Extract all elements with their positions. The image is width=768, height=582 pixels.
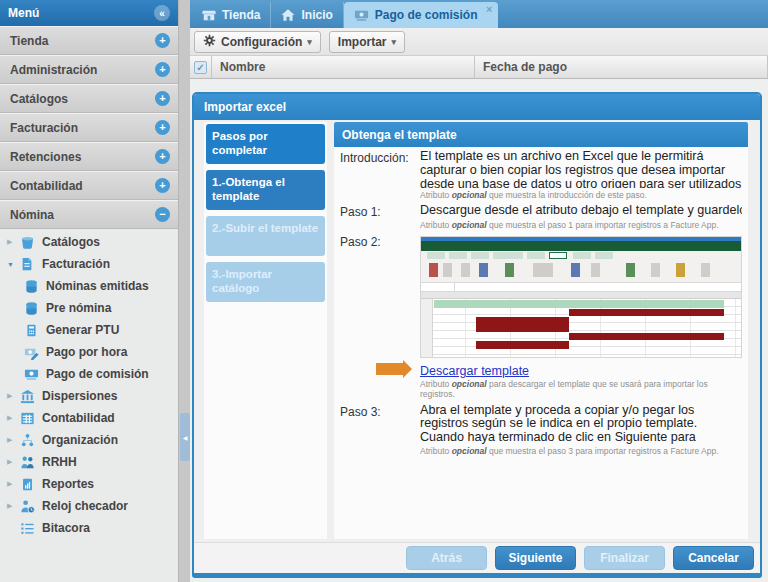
wizard-step-3[interactable]: 3.-Importar catálogo xyxy=(206,262,325,302)
chevron-right-icon[interactable]: ▶ xyxy=(0,238,16,246)
column-header-nombre[interactable]: Nombre xyxy=(212,56,475,78)
app-window: Menú « Tienda + Administración + Catálog… xyxy=(0,0,768,582)
intro-note: Atributo opcional que muestra la introdu… xyxy=(420,190,742,200)
tree-item-label: Generar PTU xyxy=(46,323,119,337)
tab-label: Tienda xyxy=(222,8,260,22)
column-header-fecha-de-pago[interactable]: Fecha de pago xyxy=(475,56,768,78)
paso1-note: Atributo opcional que muestra el paso 1 … xyxy=(420,220,742,230)
tree-item-catalogos[interactable]: ▶ Catálogos xyxy=(0,231,178,253)
people-icon xyxy=(19,454,35,470)
button-label: Importar xyxy=(338,35,387,49)
money-icon xyxy=(354,8,369,23)
wizard-step-2[interactable]: 2.-Subir el template xyxy=(206,216,325,256)
steps-panel-header: Pasos por completar xyxy=(206,124,325,164)
tab-inicio[interactable]: Inicio xyxy=(271,2,343,28)
tree-item-pre-nomina[interactable]: Pre nómina xyxy=(0,297,178,319)
tree-item-reloj-checador[interactable]: ▶ Reloj checador xyxy=(0,495,178,517)
sidebar-section-administracion[interactable]: Administración + xyxy=(0,55,178,84)
grid-table-icon xyxy=(19,410,35,426)
paso1-label: Paso 1: xyxy=(340,204,420,230)
tree-item-reportes[interactable]: ▶ Reportes xyxy=(0,473,178,495)
excel-column-headers xyxy=(421,292,741,299)
paso3-body: Abra el template y proceda a copiar y/o … xyxy=(420,404,742,456)
chevron-right-icon[interactable]: ▶ xyxy=(0,502,16,510)
tree-item-pago-por-hora[interactable]: Pago por hora xyxy=(0,341,178,363)
sidebar-section-tienda[interactable]: Tienda + xyxy=(0,26,178,55)
splitter-arrow-icon: ◀ xyxy=(183,434,188,441)
minus-icon[interactable]: − xyxy=(155,207,170,222)
tab-label: Inicio xyxy=(301,8,332,22)
chevron-right-icon[interactable]: ▶ xyxy=(0,392,16,400)
plus-icon[interactable]: + xyxy=(155,33,170,48)
select-all-checkbox[interactable]: ✓ xyxy=(194,61,207,74)
cancelar-button[interactable]: Cancelar xyxy=(673,546,754,570)
chevron-right-icon[interactable]: ▶ xyxy=(0,480,16,488)
paso2-body: Descargar template Atributo opcional par… xyxy=(420,234,742,399)
intro-text: El template es un archivo en Excel que l… xyxy=(420,150,742,188)
caret-down-icon: ▾ xyxy=(392,37,397,47)
tree-item-rrhh[interactable]: ▶ RRHH xyxy=(0,451,178,473)
content-panel-header: Obtenga el template xyxy=(334,122,748,147)
tree-item-label: Nóminas emitidas xyxy=(46,279,149,293)
siguiente-button[interactable]: Siguiente xyxy=(495,546,576,570)
tree-item-pago-de-comision[interactable]: Pago de comisión xyxy=(0,363,178,385)
tree-item-organizacion[interactable]: ▶ Organización xyxy=(0,429,178,451)
close-tab-icon[interactable]: × xyxy=(486,4,492,15)
dialog-footer: Atrás Siguiente Finalizar Cancelar xyxy=(194,542,760,573)
section-label: Facturación xyxy=(10,121,155,135)
person-clock-icon xyxy=(19,498,35,514)
import-excel-dialog: Importar excel Pasos por completar 1.-Ob… xyxy=(192,92,762,578)
gear-icon xyxy=(203,34,216,50)
chevron-right-icon[interactable]: ▶ xyxy=(0,414,16,422)
sidebar-section-catalogos[interactable]: Catálogos + xyxy=(0,84,178,113)
plus-icon[interactable]: + xyxy=(155,120,170,135)
sidebar-tree: ▶ Catálogos ▼ Facturación Nóminas emitid… xyxy=(0,229,178,539)
tree-item-label: Organización xyxy=(42,433,118,447)
home-icon xyxy=(281,8,295,22)
bucket-icon xyxy=(19,234,35,250)
paso2-row: Paso 2: xyxy=(334,231,748,400)
splitter-handle[interactable]: ◀ xyxy=(180,413,190,461)
excel-header-row xyxy=(434,300,724,308)
button-label: Configuración xyxy=(221,35,302,49)
sidebar-section-facturacion[interactable]: Facturación + xyxy=(0,113,178,142)
tree-item-facturacion[interactable]: ▼ Facturación xyxy=(0,253,178,275)
dialog-body: Pasos por completar 1.-Obtenga el templa… xyxy=(194,120,760,542)
tree-item-generar-ptu[interactable]: Generar PTU xyxy=(0,319,178,341)
tree-item-dispersiones[interactable]: ▶ Dispersiones xyxy=(0,385,178,407)
plus-icon[interactable]: + xyxy=(155,62,170,77)
bank-icon xyxy=(19,388,35,404)
caret-down-icon: ▾ xyxy=(307,37,312,47)
tree-item-contabilidad[interactable]: ▶ Contabilidad xyxy=(0,407,178,429)
grid-header: ✓ Nombre Fecha de pago xyxy=(190,56,768,79)
tree-item-bitacora[interactable]: Bitacora xyxy=(0,517,178,539)
tree-item-label: Catálogos xyxy=(42,235,100,249)
chevron-right-icon[interactable]: ▶ xyxy=(0,458,16,466)
chevron-down-icon[interactable]: ▼ xyxy=(0,261,16,268)
wizard-steps-panel: Pasos por completar 1.-Obtenga el templa… xyxy=(204,122,327,539)
plus-icon[interactable]: + xyxy=(155,149,170,164)
sidebar-header: Menú « xyxy=(0,0,178,26)
sidebar-splitter[interactable]: ◀ xyxy=(178,0,190,582)
chevron-right-icon[interactable]: ▶ xyxy=(0,436,16,444)
descargar-template-link[interactable]: Descargar template xyxy=(420,364,529,378)
dialog-title-bar: Importar excel xyxy=(194,94,760,120)
tab-pago-de-comision[interactable]: Pago de comisión × xyxy=(344,2,498,28)
intro-row: Introducción: El template es un archivo … xyxy=(334,147,748,201)
import-button[interactable]: Importar ▾ xyxy=(329,31,405,53)
sidebar-section-nomina[interactable]: Nómina − xyxy=(0,200,178,229)
sidebar-section-contabilidad[interactable]: Contabilidad + xyxy=(0,171,178,200)
plus-icon[interactable]: + xyxy=(155,178,170,193)
sidebar-section-retenciones[interactable]: Retenciones + xyxy=(0,142,178,171)
sidebar-collapse-icon[interactable]: « xyxy=(154,5,170,21)
sidebar: Menú « Tienda + Administración + Catálog… xyxy=(0,0,178,582)
tab-tienda[interactable]: Tienda xyxy=(192,2,271,28)
paso1-text: Descargue desde el atributo debajo el te… xyxy=(420,204,742,218)
tree-item-nominas-emitidas[interactable]: Nóminas emitidas xyxy=(0,275,178,297)
database-icon xyxy=(23,300,39,316)
plus-icon[interactable]: + xyxy=(155,91,170,106)
paso3-label: Paso 3: xyxy=(340,404,420,456)
list-icon xyxy=(19,520,35,536)
configuration-button[interactable]: Configuración ▾ xyxy=(194,31,321,53)
wizard-step-1[interactable]: 1.-Obtenga el template xyxy=(206,170,325,210)
